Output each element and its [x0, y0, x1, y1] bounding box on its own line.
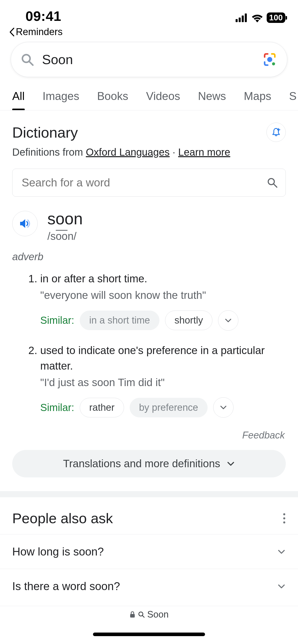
- synonym-chip[interactable]: rather: [80, 398, 124, 417]
- paa-question[interactable]: How long is soon?: [0, 534, 298, 569]
- alert-bell-button[interactable]: [266, 123, 286, 142]
- definition-example: "everyone will soon know the truth": [40, 288, 286, 303]
- dictionary-subtitle: Definitions from Oxford Languages · Lear…: [12, 147, 286, 158]
- expand-synonyms-button[interactable]: [213, 397, 234, 418]
- tab-news[interactable]: News: [198, 90, 226, 110]
- tab-more[interactable]: S: [289, 90, 296, 110]
- svg-rect-2: [242, 16, 244, 22]
- definition-item: used to indicate one's preference in a p…: [40, 343, 286, 418]
- synonym-chip[interactable]: in a short time: [80, 311, 159, 330]
- pronounce-button[interactable]: [12, 211, 38, 236]
- translations-expander[interactable]: Translations and more definitions: [12, 450, 286, 477]
- search-icon[interactable]: [267, 177, 278, 188]
- more-vert-icon[interactable]: [283, 513, 286, 524]
- tab-images[interactable]: Images: [43, 90, 79, 110]
- headword: soon: [47, 209, 83, 228]
- similar-label: Similar:: [40, 402, 74, 413]
- svg-line-17: [142, 616, 144, 617]
- google-lens-icon[interactable]: [263, 52, 277, 67]
- bell-plus-icon: [271, 127, 281, 137]
- chevron-down-icon: [277, 582, 286, 591]
- tab-books[interactable]: Books: [97, 90, 128, 110]
- svg-point-12: [283, 513, 285, 515]
- definition-item: in or after a short time. "everyone will…: [40, 271, 286, 331]
- address-text: Soon: [147, 609, 169, 620]
- wifi-icon: [251, 13, 264, 22]
- svg-point-14: [283, 521, 285, 523]
- synonym-chip[interactable]: shortly: [165, 311, 212, 330]
- chevron-left-icon: [9, 28, 15, 36]
- source-link[interactable]: Oxford Languages: [86, 147, 170, 158]
- svg-line-5: [29, 62, 33, 65]
- search-icon: [138, 611, 145, 618]
- search-icon: [21, 53, 34, 66]
- bottom-toolbar: Soon: [0, 606, 298, 644]
- chevron-down-icon: [220, 404, 227, 411]
- dictionary-search[interactable]: [12, 169, 286, 197]
- definition-text: in or after a short time.: [40, 271, 286, 287]
- pronunciation: /soon/: [47, 230, 83, 242]
- definition-text: used to indicate one's preference in a p…: [40, 343, 286, 374]
- learn-more-link[interactable]: Learn more: [178, 147, 230, 158]
- search-bar[interactable]: [11, 42, 287, 77]
- status-bar: 09:41 100: [0, 0, 298, 25]
- svg-line-11: [274, 184, 277, 187]
- section-divider: [0, 491, 298, 497]
- address-summary[interactable]: Soon: [129, 609, 169, 620]
- paa-title: People also ask: [12, 510, 113, 526]
- tab-all[interactable]: All: [12, 90, 25, 110]
- speaker-icon: [19, 217, 31, 230]
- chevron-down-icon: [224, 317, 232, 324]
- tab-videos[interactable]: Videos: [146, 90, 180, 110]
- svg-rect-1: [239, 18, 241, 22]
- back-app-label: Reminders: [16, 26, 63, 37]
- part-of-speech: adverb: [12, 251, 286, 262]
- svg-rect-0: [236, 19, 238, 22]
- chevron-down-icon: [277, 547, 286, 556]
- synonym-chip[interactable]: by preference: [130, 398, 208, 417]
- feedback-link[interactable]: Feedback: [12, 430, 286, 441]
- definition-example: "I'd just as soon Tim did it": [40, 375, 286, 390]
- search-input[interactable]: [42, 52, 254, 67]
- status-time: 09:41: [25, 8, 61, 24]
- tab-maps[interactable]: Maps: [244, 90, 271, 110]
- home-indicator[interactable]: [93, 633, 205, 636]
- battery-icon: 100: [267, 12, 285, 23]
- dictionary-title: Dictionary: [12, 124, 78, 141]
- svg-rect-3: [245, 13, 247, 22]
- paa-question-text: How long is soon?: [12, 545, 104, 558]
- paa-question[interactable]: Is there a word soon?: [0, 569, 298, 603]
- svg-point-13: [283, 517, 285, 519]
- paa-question-text: Is there a word soon?: [12, 580, 120, 593]
- status-icons: 100: [236, 12, 285, 23]
- svg-point-6: [272, 62, 275, 65]
- expand-synonyms-button[interactable]: [218, 310, 238, 331]
- search-tabs: All Images Books Videos News Maps S: [0, 77, 298, 110]
- similar-label: Similar:: [40, 315, 74, 326]
- dictionary-search-input[interactable]: [22, 176, 267, 189]
- lock-icon: [129, 611, 136, 618]
- translations-label: Translations and more definitions: [63, 458, 220, 470]
- svg-point-7: [267, 57, 272, 62]
- svg-point-10: [268, 179, 274, 185]
- back-to-app[interactable]: Reminders: [0, 25, 298, 42]
- cellular-icon: [236, 13, 248, 22]
- svg-rect-15: [130, 614, 135, 618]
- chevron-down-icon: [226, 459, 235, 468]
